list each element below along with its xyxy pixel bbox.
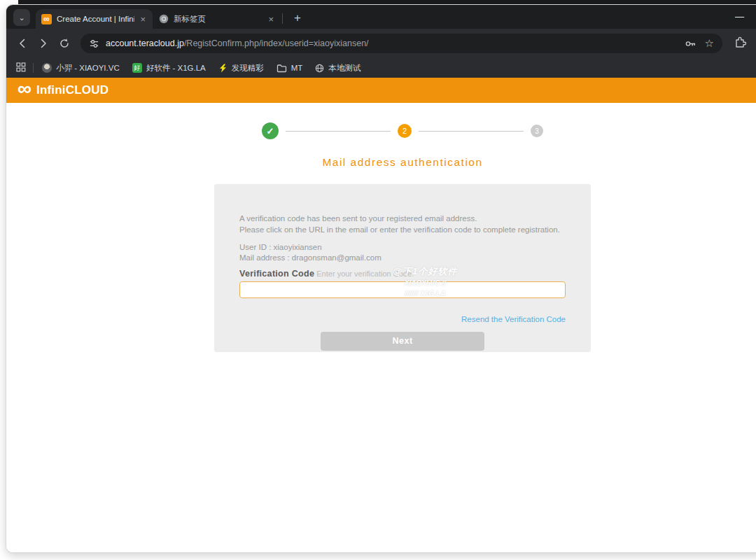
verification-label-row: Verification Code Enter your verificatio… (239, 269, 566, 279)
lightning-icon (218, 64, 227, 73)
bookmarks-bar: 小羿 - XIAOYI.VC 好 好软件 - X1G.LA 发现精彩 MT (6, 58, 756, 78)
apps-grid-icon (16, 62, 26, 72)
password-key-button[interactable] (685, 38, 696, 49)
user-id-line: User ID : xiaoyixiansen (239, 242, 566, 253)
step-connector (286, 131, 391, 132)
verification-card: A verification code has been sent to you… (214, 184, 591, 352)
infinicloud-favicon: ∞ (41, 14, 52, 24)
check-icon: ✓ (267, 126, 274, 136)
browser-toolbar: account.teracloud.jp/RegistConfirm.php/i… (6, 29, 756, 58)
back-icon (17, 38, 28, 49)
bookmark-mt-folder[interactable]: MT (276, 64, 303, 73)
new-tab-button[interactable]: + (290, 11, 305, 25)
tab-separator (282, 13, 283, 24)
verification-code-input[interactable] (239, 281, 566, 298)
forward-button[interactable] (34, 34, 52, 52)
verification-code-hint: Enter your verification Code. (316, 270, 414, 278)
window-minimize-button[interactable]: — (731, 11, 748, 22)
step-1-complete: ✓ (262, 122, 279, 139)
tab-new-tab[interactable]: 新标签页 × (153, 9, 281, 29)
back-button[interactable] (13, 34, 31, 52)
reload-button[interactable] (55, 34, 74, 52)
verification-code-label: Verification Code (239, 269, 314, 279)
puzzle-icon (734, 36, 746, 48)
url-domain: account.teracloud.jp (106, 38, 184, 48)
progress-stepper: ✓ 2 3 (6, 122, 756, 139)
bookmark-local-test[interactable]: 本地测试 (315, 63, 360, 74)
url-path: /RegistConfirm.php/index/userid=xiaoyixi… (184, 38, 369, 48)
close-icon[interactable]: × (267, 14, 275, 24)
tab-title: 新标签页 (174, 14, 262, 24)
green-app-icon: 好 (132, 63, 142, 73)
bookmark-star-button[interactable]: ☆ (705, 37, 714, 50)
toolbar-right: ⋮ (729, 36, 756, 51)
mail-address-line: Mail address : dragonsman@gmail.com (239, 253, 566, 264)
apps-grid-button[interactable] (16, 62, 26, 74)
bookmark-label: 小羿 - XIAOYI.VC (56, 63, 120, 74)
instructions-text: A verification code has been sent to you… (239, 214, 566, 236)
bookmark-label: 本地测试 (328, 63, 360, 74)
tab-create-account[interactable]: ∞ Create Account | InfiniCLOUD × (36, 9, 153, 29)
page-title: Mail address authentication (6, 156, 756, 169)
extensions-button[interactable] (734, 36, 746, 51)
bookmark-label: MT (291, 64, 303, 72)
account-info: User ID : xiaoyixiansen Mail address : d… (239, 242, 566, 264)
step-connector (419, 131, 524, 132)
bookmark-discover[interactable]: 发现精彩 (218, 63, 264, 74)
step-3-future: 3 (531, 125, 543, 137)
star-icon: ☆ (705, 37, 714, 50)
chromium-favicon (158, 14, 169, 24)
tab-title: Create Account | InfiniCLOUD (57, 15, 134, 23)
resend-verification-link[interactable]: Resend the Verification Code (461, 315, 566, 323)
site-settings-icon[interactable] (89, 38, 99, 49)
close-icon[interactable]: × (139, 14, 147, 24)
address-bar[interactable]: account.teracloud.jp/RegistConfirm.php/i… (80, 34, 722, 53)
folder-icon (276, 64, 287, 73)
site-header: ∞ InfiniCLOUD (6, 78, 756, 103)
bookmark-label: 发现精彩 (232, 63, 264, 74)
bookmark-xiaoyi[interactable]: 小羿 - XIAOYI.VC (42, 63, 120, 74)
url-text[interactable]: account.teracloud.jp/RegistConfirm.php/i… (106, 38, 676, 48)
tab-search-button[interactable]: ⌄ (13, 9, 30, 26)
page-content: ✓ 2 3 Mail address authentication A veri… (6, 103, 756, 553)
next-button[interactable]: Next (321, 332, 484, 351)
avatar-icon (42, 63, 52, 73)
key-icon (685, 38, 696, 49)
brand-name[interactable]: InfiniCLOUD (36, 83, 108, 97)
resend-row: Resend the Verification Code (239, 312, 566, 325)
reload-icon (59, 38, 70, 49)
tab-strip: ⌄ ∞ Create Account | InfiniCLOUD × 新标签页 … (6, 5, 756, 29)
forward-icon (38, 38, 49, 49)
globe-icon (315, 64, 324, 73)
chevron-down-icon: ⌄ (18, 13, 24, 22)
browser-window: ⌄ ∞ Create Account | InfiniCLOUD × 新标签页 … (6, 4, 756, 553)
bookmarks-separator (33, 63, 34, 73)
bookmark-x1g[interactable]: 好 好软件 - X1G.LA (132, 63, 206, 74)
bookmark-label: 好软件 - X1G.LA (146, 63, 206, 74)
step-2-current: 2 (398, 124, 412, 138)
